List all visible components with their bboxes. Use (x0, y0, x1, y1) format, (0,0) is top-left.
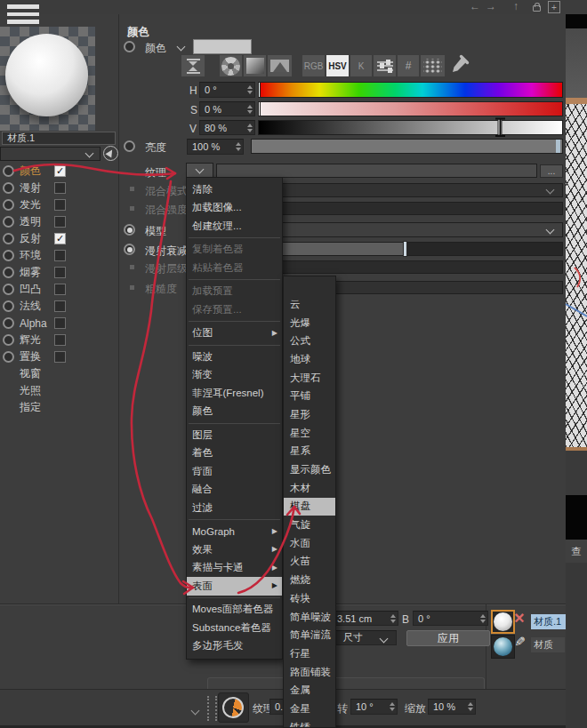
channel-row[interactable]: 指定 (0, 399, 118, 416)
swatches-button[interactable] (421, 55, 445, 76)
menu-item[interactable]: 过滤 (187, 499, 282, 517)
channel-row[interactable]: 凹凸 (0, 281, 118, 298)
menu-item[interactable]: 粘贴着色器 (187, 259, 282, 277)
channel-radio[interactable] (3, 165, 14, 177)
submenu-item[interactable]: 地球 (284, 350, 335, 369)
nav-back-icon[interactable]: ← (470, 0, 480, 12)
hue-slider-marker[interactable] (258, 82, 261, 98)
channel-radio[interactable] (3, 284, 14, 295)
value-slider[interactable] (258, 120, 563, 135)
menu-item[interactable]: 保存预置... (187, 300, 282, 319)
stepper-icon[interactable] (236, 142, 241, 151)
menu-item[interactable]: 噪波 (187, 348, 282, 366)
brightness-radio[interactable] (124, 140, 135, 152)
hue-field[interactable]: 0 ° (199, 82, 255, 98)
channel-row[interactable]: 透明 (0, 213, 118, 230)
channel-checkbox[interactable] (54, 199, 66, 211)
b-angle-field[interactable]: 0 ° (413, 611, 488, 626)
rotate-field[interactable]: 10 ° (350, 699, 398, 715)
material-preview[interactable] (0, 27, 95, 131)
saturation-field[interactable]: 0 % (199, 101, 255, 116)
saturation-slider[interactable] (258, 101, 563, 116)
submenu-item[interactable]: 云 (284, 295, 335, 314)
menu-item[interactable]: 创建纹理... (187, 217, 282, 236)
channel-row[interactable]: Alpha (0, 315, 118, 332)
submenu-item[interactable]: 光爆 (284, 314, 335, 332)
submenu-item[interactable]: 公式 (284, 332, 335, 350)
add-tab-button[interactable]: + (548, 1, 560, 13)
compact-mode-button[interactable] (181, 55, 205, 76)
submenu-item[interactable]: 金属 (284, 681, 335, 700)
texture-path-field[interactable] (216, 164, 537, 178)
channel-checkbox[interactable] (54, 182, 66, 194)
channel-row[interactable]: 光照 (0, 382, 118, 399)
submenu-item[interactable]: 显示颜色 (284, 460, 335, 479)
mode-k-button[interactable]: K (350, 55, 372, 76)
stepper-icon[interactable] (390, 614, 396, 623)
channel-row[interactable]: 烟雾 (0, 264, 118, 281)
channel-radio[interactable] (3, 317, 14, 329)
menu-item[interactable]: 加载预置 (187, 283, 282, 301)
mixer-mode-button[interactable] (374, 55, 396, 76)
menu-item[interactable]: 融合 (187, 481, 282, 500)
submenu-item[interactable]: 平铺 (284, 387, 335, 405)
submenu-item[interactable]: 铁锈 (284, 718, 335, 728)
channel-radio[interactable] (3, 334, 14, 346)
diffuse-falloff-radio[interactable] (124, 244, 135, 255)
mode-hex-button[interactable]: # (398, 55, 419, 76)
submenu-item[interactable]: 星形 (284, 405, 335, 424)
stepper-icon[interactable] (390, 702, 395, 711)
menu-item[interactable]: MoGraph ▶ (187, 523, 282, 541)
stepper-icon[interactable] (480, 614, 486, 623)
channel-row[interactable]: 辉光 (0, 332, 118, 348)
delete-material-icon[interactable]: × (514, 609, 525, 627)
menu-item[interactable]: 表面 ▶ (187, 577, 282, 596)
channel-radio[interactable] (3, 216, 14, 228)
color-channel-radio[interactable] (124, 41, 135, 52)
submenu-item[interactable]: 燃烧 (284, 571, 335, 589)
channel-radio[interactable] (3, 199, 14, 211)
texture-tag-tile[interactable] (218, 692, 249, 723)
channel-row[interactable]: 颜色 ✓ (0, 163, 118, 180)
material-name-tab-selected[interactable]: 材质.1 (531, 614, 567, 629)
texture-browse-button[interactable]: ... (540, 164, 563, 178)
submenu-item[interactable]: 木材 (284, 479, 335, 498)
edit-material-icon[interactable]: ✎ (513, 636, 527, 647)
menu-item[interactable]: 菲涅耳(Fresnel) (187, 384, 282, 403)
texture-dropdown-button[interactable] (186, 163, 213, 178)
brightness-slider-handle[interactable] (556, 140, 560, 153)
menu-item[interactable]: 背面 (187, 462, 282, 481)
channel-radio[interactable] (3, 182, 14, 194)
menu-item[interactable]: 清除 (187, 180, 282, 199)
hue-slider[interactable] (258, 82, 563, 98)
channel-checkbox[interactable] (54, 317, 66, 329)
channel-row[interactable]: 漫射 (0, 180, 118, 196)
brightness-slider[interactable] (251, 139, 563, 154)
nav-up-icon[interactable]: ↑ (513, 0, 519, 12)
submenu-item[interactable]: 火苗 (284, 553, 335, 572)
image-picker-button[interactable] (268, 55, 292, 76)
mode-rgb-button[interactable]: RGB (302, 55, 325, 76)
submenu-item[interactable]: 大理石 (284, 369, 335, 388)
channel-checkbox[interactable] (54, 334, 66, 346)
channel-row[interactable]: 环境 (0, 247, 118, 264)
material-name-field[interactable]: 材质.1 (2, 132, 116, 145)
channel-checkbox[interactable] (54, 351, 66, 363)
channel-checkbox[interactable] (54, 284, 66, 295)
apply-button[interactable]: 应用 (406, 630, 490, 646)
menu-item[interactable]: 效果 ▶ (187, 540, 282, 559)
submenu-item[interactable]: 砖块 (284, 589, 335, 608)
menu-item[interactable]: 加载图像... (187, 199, 282, 218)
menu-item[interactable]: 图层 (187, 426, 282, 444)
value-field[interactable]: 80 % (199, 120, 255, 135)
stepper-icon[interactable] (468, 702, 473, 711)
brightness-field[interactable]: 100 % (187, 139, 244, 155)
submenu-item[interactable]: 行星 (284, 644, 335, 663)
slider-handle[interactable] (403, 241, 407, 257)
menu-item[interactable]: 颜色 (187, 403, 282, 421)
submenu-item[interactable]: 金星 (284, 700, 335, 718)
material-name-tab[interactable]: 材质 (531, 637, 565, 652)
channel-row[interactable]: 反射 ✓ (0, 230, 118, 247)
scale-field[interactable]: 10 % (428, 699, 476, 715)
chevron-down-icon[interactable] (177, 43, 186, 52)
